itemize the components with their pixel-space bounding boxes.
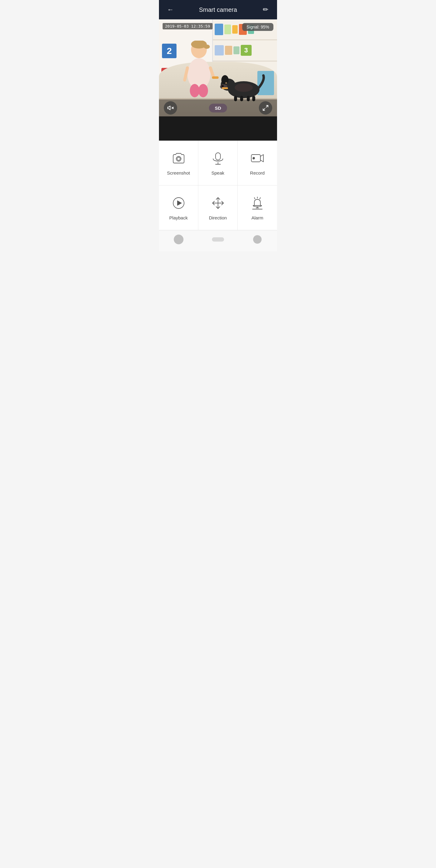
alarm-label: Alarm bbox=[251, 215, 263, 220]
fullscreen-button[interactable] bbox=[259, 101, 272, 115]
nav-back[interactable] bbox=[238, 235, 277, 244]
bottom-nav bbox=[159, 230, 277, 251]
direction-cell[interactable]: Direction bbox=[198, 185, 238, 230]
direction-icon bbox=[210, 195, 226, 211]
record-cell[interactable]: Record bbox=[238, 141, 277, 185]
nav-center[interactable] bbox=[198, 237, 238, 242]
child-figure bbox=[183, 41, 220, 101]
svg-point-14 bbox=[225, 82, 227, 84]
direction-label: Direction bbox=[209, 215, 227, 220]
playback-label: Playback bbox=[169, 215, 188, 220]
svg-point-3 bbox=[188, 58, 210, 90]
svg-line-24 bbox=[263, 108, 265, 110]
playback-icon bbox=[171, 195, 187, 211]
quality-button[interactable]: SD bbox=[209, 104, 227, 113]
block-2: 2 bbox=[162, 44, 176, 58]
dog-figure bbox=[220, 71, 265, 101]
timestamp: 2019-05-03 12:35:59 bbox=[163, 23, 212, 29]
back-button[interactable]: ← bbox=[165, 6, 176, 13]
svg-line-40 bbox=[254, 197, 255, 199]
svg-point-13 bbox=[221, 85, 224, 87]
page-title: Smart camera bbox=[176, 6, 260, 13]
screenshot-label: Screenshot bbox=[167, 170, 190, 176]
svg-point-11 bbox=[221, 75, 229, 85]
speak-cell[interactable]: Speak bbox=[198, 141, 238, 185]
nav-home[interactable] bbox=[159, 235, 198, 244]
alarm-cell[interactable]: Alarm bbox=[238, 185, 277, 230]
record-label: Record bbox=[250, 170, 265, 176]
svg-rect-27 bbox=[215, 153, 221, 160]
signal-badge: Signal: 95% bbox=[242, 23, 273, 31]
svg-point-19 bbox=[235, 83, 253, 92]
microphone-icon bbox=[210, 150, 226, 166]
video-controls-bar: SD bbox=[159, 99, 277, 116]
svg-rect-20 bbox=[222, 87, 228, 89]
svg-line-23 bbox=[266, 105, 268, 107]
svg-point-7 bbox=[190, 84, 200, 97]
screenshot-cell[interactable]: Screenshot bbox=[159, 141, 198, 185]
svg-line-5 bbox=[210, 68, 213, 77]
svg-marker-34 bbox=[177, 200, 182, 206]
svg-point-8 bbox=[198, 84, 208, 97]
svg-marker-31 bbox=[260, 155, 263, 162]
svg-line-4 bbox=[185, 68, 188, 80]
camera-feed[interactable]: 3 2 1 bbox=[159, 20, 277, 116]
svg-line-41 bbox=[260, 197, 260, 199]
controls-grid: Screenshot Speak Record bbox=[159, 141, 277, 230]
edit-button[interactable]: ✏ bbox=[260, 6, 271, 13]
header: ← Smart camera ✏ bbox=[159, 0, 277, 20]
svg-rect-6 bbox=[212, 76, 219, 79]
fullscreen-icon bbox=[262, 104, 269, 111]
mute-icon bbox=[167, 104, 174, 111]
playback-cell[interactable]: Playback bbox=[159, 185, 198, 230]
shelf-row-2: 3 bbox=[213, 40, 277, 61]
speak-label: Speak bbox=[211, 170, 224, 176]
alarm-icon bbox=[249, 195, 265, 211]
video-band bbox=[159, 116, 277, 141]
svg-point-26 bbox=[177, 157, 180, 160]
svg-point-32 bbox=[253, 157, 255, 159]
video-icon bbox=[249, 150, 265, 166]
svg-point-2 bbox=[204, 44, 210, 49]
camera-icon bbox=[171, 150, 187, 166]
mute-button[interactable] bbox=[164, 101, 177, 115]
camera-container: 3 2 1 bbox=[159, 20, 277, 141]
